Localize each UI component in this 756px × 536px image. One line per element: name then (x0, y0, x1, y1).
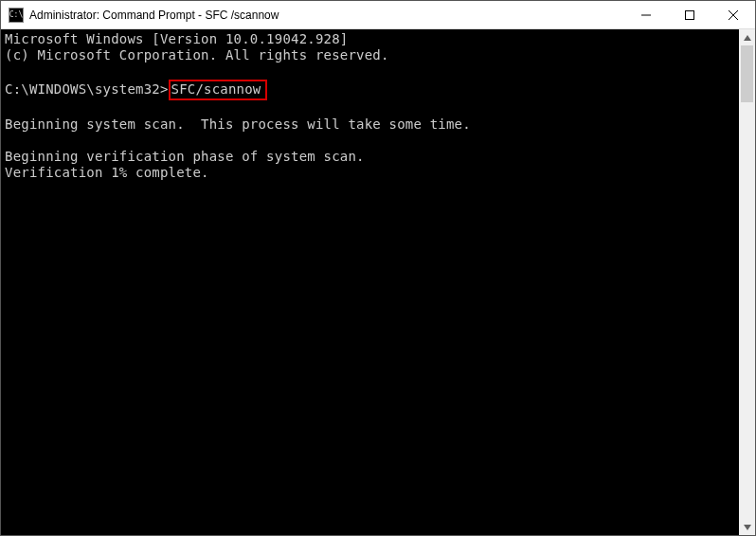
svg-marker-4 (744, 35, 751, 41)
minimize-icon (641, 10, 651, 20)
window-title: Administrator: Command Prompt - SFC /sca… (29, 9, 624, 22)
minimize-button[interactable] (624, 1, 668, 28)
maximize-icon (685, 10, 694, 20)
terminal-output[interactable]: Microsoft Windows [Version 10.0.19042.92… (1, 29, 739, 535)
scrollbar-thumb[interactable] (741, 45, 753, 102)
scroll-up-button[interactable] (739, 29, 755, 45)
chevron-up-icon (744, 35, 751, 41)
command-prompt-window: C:\ Administrator: Command Prompt - SFC … (0, 0, 756, 536)
terminal-area: Microsoft Windows [Version 10.0.19042.92… (1, 29, 755, 535)
prompt-text: C:\WINDOWS\system32> (5, 81, 169, 97)
svg-rect-1 (686, 10, 694, 19)
vertical-scrollbar[interactable] (739, 29, 755, 535)
maximize-button[interactable] (668, 1, 711, 28)
scroll-down-button[interactable] (739, 519, 755, 535)
cmd-icon: C:\ (9, 8, 24, 23)
scrollbar-track[interactable] (739, 45, 755, 519)
close-icon (729, 10, 738, 20)
titlebar[interactable]: C:\ Administrator: Command Prompt - SFC … (1, 1, 755, 29)
command-highlight: SFC/scannow (169, 80, 267, 100)
output-line: Beginning verification phase of system s… (5, 149, 365, 164)
output-line: (c) Microsoft Corporation. All rights re… (5, 47, 389, 63)
chevron-down-icon (744, 525, 751, 530)
output-line: Verification 1% complete. (5, 165, 209, 180)
close-button[interactable] (711, 1, 755, 28)
svg-marker-5 (744, 525, 751, 530)
output-line: Beginning system scan. This process will… (5, 116, 471, 132)
window-controls (624, 1, 755, 28)
output-line: Microsoft Windows [Version 10.0.19042.92… (5, 31, 348, 46)
